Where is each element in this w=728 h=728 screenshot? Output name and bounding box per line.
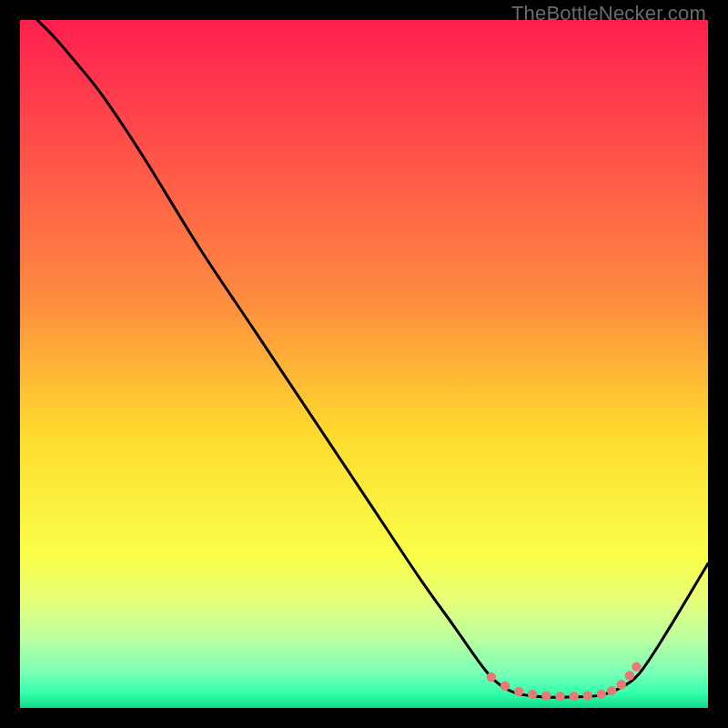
- marker-dot: [487, 672, 496, 682]
- watermark-text: TheBottleNecker.com: [511, 2, 706, 25]
- gradient-background: [20, 20, 708, 708]
- marker-dot: [514, 687, 523, 696]
- marker-dot: [569, 692, 578, 701]
- marker-dot: [617, 680, 626, 689]
- marker-dot: [632, 662, 641, 671]
- marker-dot: [528, 690, 537, 699]
- marker-dot: [607, 686, 616, 695]
- marker-dot: [555, 692, 564, 701]
- marker-dot: [500, 682, 510, 691]
- chart-canvas: [20, 20, 708, 708]
- marker-dot: [597, 690, 606, 699]
- chart-frame: [20, 20, 708, 708]
- marker-dot: [625, 671, 634, 680]
- marker-dot: [541, 691, 551, 700]
- marker-dot: [583, 691, 592, 700]
